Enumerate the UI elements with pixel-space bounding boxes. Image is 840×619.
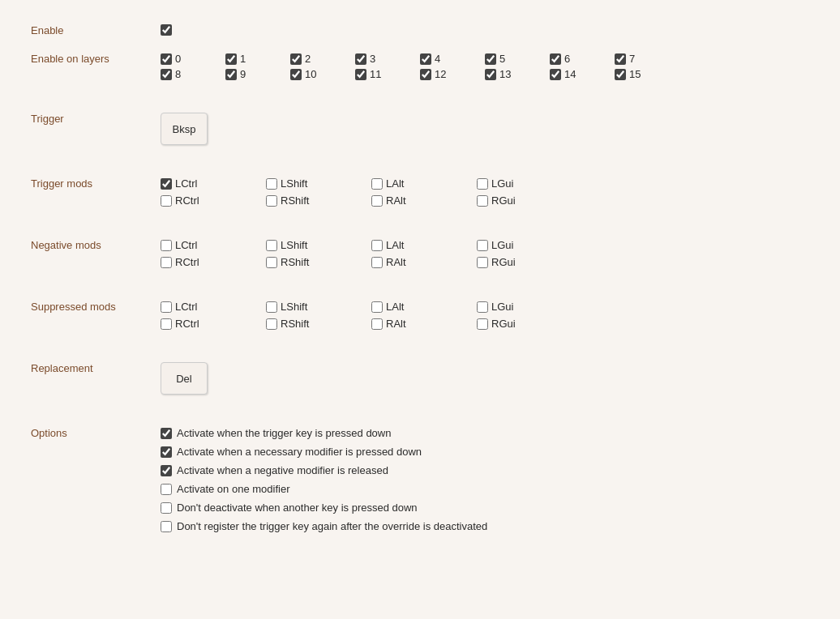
option-checkbox-0[interactable] bbox=[161, 428, 172, 439]
negative-mods-grid-item-lgui: LGui bbox=[477, 239, 582, 251]
trigger-mods-grid-checkbox-rctrl[interactable] bbox=[161, 195, 172, 207]
negative-mods-grid-checkbox-ralt[interactable] bbox=[371, 257, 383, 268]
negative-mods-grid-checkbox-rgui[interactable] bbox=[477, 257, 488, 268]
suppressed-mods-grid-item-lshift: LShift bbox=[266, 301, 371, 313]
layer-checkbox-4[interactable] bbox=[420, 53, 431, 65]
layer-item-13: 13 bbox=[485, 68, 550, 80]
suppressed-mods-grid-checkbox-rgui[interactable] bbox=[477, 318, 488, 330]
options-list: Activate when the trigger key is pressed… bbox=[161, 427, 809, 532]
negative-mods-grid-label-rctrl: RCtrl bbox=[175, 256, 199, 268]
enable-cell bbox=[154, 16, 816, 45]
trigger-mods-grid: LCtrlLShiftLAltLGuiRCtrlRShiftRAltRGui bbox=[161, 177, 809, 207]
enable-on-layers-label: Enable on layers bbox=[24, 45, 154, 88]
trigger-mods-grid-checkbox-lshift[interactable] bbox=[266, 178, 277, 190]
layer-label-9: 9 bbox=[240, 68, 246, 80]
trigger-mods-grid-checkbox-lgui[interactable] bbox=[477, 178, 488, 190]
layer-checkbox-6[interactable] bbox=[550, 53, 561, 65]
negative-mods-grid-item-rgui: RGui bbox=[477, 256, 582, 268]
spacer-6 bbox=[24, 403, 816, 419]
option-label-4: Don't deactivate when another key is pre… bbox=[177, 502, 418, 514]
layer-item-7: 7 bbox=[615, 53, 679, 65]
layer-item-4: 4 bbox=[420, 53, 485, 65]
trigger-mods-grid-checkbox-rgui[interactable] bbox=[477, 195, 488, 207]
option-item-5: Don't register the trigger key again aft… bbox=[161, 520, 809, 532]
negative-mods-label: Negative mods bbox=[24, 231, 154, 276]
trigger-cell: Bksp bbox=[154, 105, 816, 153]
layer-checkbox-15[interactable] bbox=[615, 69, 626, 80]
layer-item-2: 2 bbox=[290, 53, 355, 65]
trigger-mods-grid-item-lshift: LShift bbox=[266, 177, 371, 190]
layer-checkbox-5[interactable] bbox=[485, 53, 496, 65]
trigger-mods-grid-item-lalt: LAlt bbox=[371, 177, 477, 190]
layer-label-4: 4 bbox=[435, 53, 440, 65]
negative-mods-grid-checkbox-lshift[interactable] bbox=[266, 240, 277, 251]
option-checkbox-4[interactable] bbox=[161, 502, 172, 514]
option-item-0: Activate when the trigger key is pressed… bbox=[161, 427, 809, 439]
main-form: Enable Enable on layers 0123456789101112… bbox=[24, 16, 816, 540]
layer-label-1: 1 bbox=[240, 53, 246, 65]
trigger-mods-grid-item-lctrl: LCtrl bbox=[161, 177, 266, 190]
negative-mods-grid-checkbox-rctrl[interactable] bbox=[161, 257, 172, 268]
layer-checkbox-11[interactable] bbox=[355, 69, 366, 80]
enable-label: Enable bbox=[24, 16, 154, 45]
suppressed-mods-grid-item-lgui: LGui bbox=[477, 301, 582, 313]
layer-checkbox-7[interactable] bbox=[615, 53, 626, 65]
layer-checkbox-14[interactable] bbox=[550, 69, 561, 80]
layer-checkbox-8[interactable] bbox=[161, 69, 172, 80]
suppressed-mods-grid-item-lctrl: LCtrl bbox=[161, 301, 266, 313]
layer-label-15: 15 bbox=[629, 68, 641, 80]
layer-checkbox-13[interactable] bbox=[485, 69, 496, 80]
suppressed-mods-grid-item-rgui: RGui bbox=[477, 318, 582, 330]
negative-mods-grid-label-lgui: LGui bbox=[491, 239, 513, 251]
layer-label-11: 11 bbox=[370, 68, 381, 80]
replacement-key-button[interactable]: Del bbox=[161, 362, 208, 395]
negative-mods-grid-checkbox-lalt[interactable] bbox=[371, 240, 383, 251]
enable-checkbox[interactable] bbox=[161, 24, 172, 36]
suppressed-mods-grid-checkbox-lgui[interactable] bbox=[477, 301, 488, 313]
suppressed-mods-grid-checkbox-rctrl[interactable] bbox=[161, 318, 172, 330]
negative-mods-grid-label-lshift: LShift bbox=[281, 239, 307, 251]
layer-checkbox-10[interactable] bbox=[290, 69, 302, 80]
negative-mods-grid-checkbox-lctrl[interactable] bbox=[161, 240, 172, 251]
layer-checkbox-0[interactable] bbox=[161, 53, 172, 65]
enable-row: Enable bbox=[24, 16, 816, 45]
suppressed-mods-grid-checkbox-rshift[interactable] bbox=[266, 318, 277, 330]
trigger-mods-grid-checkbox-lalt[interactable] bbox=[371, 178, 383, 190]
negative-mods-grid: LCtrlLShiftLAltLGuiRCtrlRShiftRAltRGui bbox=[161, 239, 809, 268]
layer-checkbox-3[interactable] bbox=[355, 53, 366, 65]
enable-on-layers-row: Enable on layers 0123456789101112131415 bbox=[24, 45, 816, 88]
negative-mods-grid-label-lalt: LAlt bbox=[386, 239, 404, 251]
layer-checkbox-12[interactable] bbox=[420, 69, 431, 80]
suppressed-mods-grid-label-lctrl: LCtrl bbox=[175, 301, 197, 313]
layer-checkbox-9[interactable] bbox=[225, 69, 237, 80]
negative-mods-grid-item-lctrl: LCtrl bbox=[161, 239, 266, 251]
layer-item-8: 8 bbox=[161, 68, 225, 80]
layer-item-0: 0 bbox=[161, 53, 225, 65]
option-checkbox-2[interactable] bbox=[161, 465, 172, 476]
options-row: Options Activate when the trigger key is… bbox=[24, 419, 816, 540]
suppressed-mods-grid-label-lgui: LGui bbox=[491, 301, 513, 313]
negative-mods-row: Negative mods LCtrlLShiftLAltLGuiRCtrlRS… bbox=[24, 231, 816, 276]
negative-mods-grid-checkbox-lgui[interactable] bbox=[477, 240, 488, 251]
layer-item-3: 3 bbox=[355, 53, 420, 65]
spacer-3 bbox=[24, 215, 816, 231]
trigger-mods-grid-checkbox-lctrl[interactable] bbox=[161, 178, 172, 190]
layer-checkbox-2[interactable] bbox=[290, 53, 302, 65]
layer-item-6: 6 bbox=[550, 53, 615, 65]
trigger-mods-grid-checkbox-ralt[interactable] bbox=[371, 195, 383, 207]
negative-mods-grid-item-lalt: LAlt bbox=[371, 239, 477, 251]
option-checkbox-5[interactable] bbox=[161, 521, 172, 532]
suppressed-mods-grid-label-ralt: RAlt bbox=[386, 318, 406, 330]
replacement-cell: Del bbox=[154, 354, 816, 403]
option-checkbox-1[interactable] bbox=[161, 446, 172, 458]
option-checkbox-3[interactable] bbox=[161, 484, 172, 495]
negative-mods-grid-checkbox-rshift[interactable] bbox=[266, 257, 277, 268]
suppressed-mods-grid-checkbox-lctrl[interactable] bbox=[161, 301, 172, 313]
trigger-key-button[interactable]: Bksp bbox=[161, 113, 208, 145]
suppressed-mods-grid-checkbox-lshift[interactable] bbox=[266, 301, 277, 313]
layer-checkbox-1[interactable] bbox=[225, 53, 237, 65]
suppressed-mods-grid-checkbox-lalt[interactable] bbox=[371, 301, 383, 313]
trigger-mods-grid-checkbox-rshift[interactable] bbox=[266, 195, 277, 207]
layer-label-5: 5 bbox=[499, 53, 505, 65]
suppressed-mods-grid-checkbox-ralt[interactable] bbox=[371, 318, 383, 330]
